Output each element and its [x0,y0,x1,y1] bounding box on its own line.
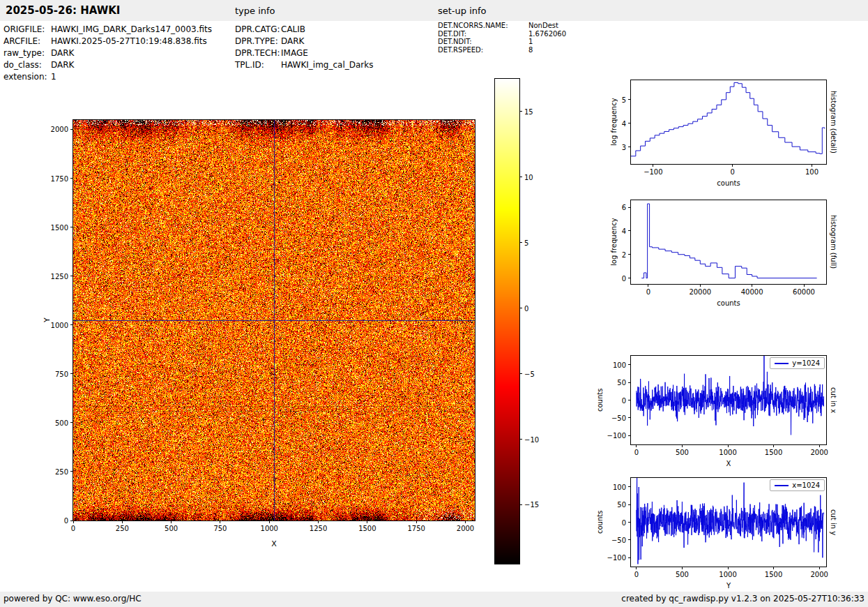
y-tick-label: 100 [613,361,626,368]
cut-in-y-plot: 0500100015002000−100−50050100Ycountscut … [630,477,827,567]
dark-frame-image-plot: 0250500750100012501500175020000250500750… [73,119,475,521]
x-tick-mark [804,284,805,287]
x-tick-label: 40000 [741,288,763,296]
histogram-full-canvas [631,200,826,284]
x-tick-label: 20000 [689,288,711,296]
metadata-value: NonDest [528,22,558,30]
colorbar-tick-label: 15 [524,107,533,115]
colorbar-tick-label: 0 [524,304,528,312]
cut-in-x-plot: 0500100015002000−100−50050100Xcountscut … [630,355,827,445]
x-tick-mark [732,164,733,167]
y-tick-label: −100 [607,432,626,440]
x-tick-mark [73,520,74,523]
dark-frame-image-canvas [73,120,475,520]
x-tick-label: 1000 [261,525,278,532]
metadata-label: DET.NDIT: [438,38,528,46]
metadata-label: ARCFILE: [3,36,51,47]
colorbar-tick-label: −10 [524,435,539,443]
header-bar: 2025-05-26: HAWKI type info set-up info [0,0,868,21]
metadata-row: ORIGFILE:HAWKI_IMG_DARK_Darks147_0003.fi… [3,24,212,36]
x-tick-mark [171,520,172,523]
histogram-full-plot: 02000040000600000246countslog frequencyh… [630,200,827,285]
y-tick-label: 100 [613,483,626,490]
x-tick-label: 500 [676,571,689,578]
x-tick-label: 0 [731,168,735,176]
metadata-row: DPR.TECH:IMAGE [235,47,374,59]
y-tick-mark [628,382,631,383]
metadata-value: 1.6762060 [528,30,566,38]
x-tick-label: 60000 [793,288,815,296]
colorbar-tick-mark [519,373,522,374]
y-tick-mark [628,417,631,418]
y-tick-label: 1500 [51,223,68,231]
y-tick-mark [628,400,631,400]
plot-side-label: histogram (full) [830,200,837,284]
y-tick-mark [70,227,73,227]
x-tick-mark [819,567,820,569]
x-tick-mark [819,444,820,447]
colorbar-tick-mark [519,439,522,440]
metadata-label: DET.RSPEED: [438,46,528,54]
x-tick-mark [220,520,220,523]
y-tick-label: 4 [622,227,626,234]
y-tick-label: −50 [611,536,626,544]
footer-created-by: created by qc_rawdisp.py v1.2.3 on 2025-… [621,594,865,604]
x-tick-label: 1250 [310,525,327,532]
file-info-list: ORIGFILE:HAWKI_IMG_DARK_Darks147_0003.fi… [3,24,212,83]
y-tick-label: −100 [607,554,626,562]
x-tick-mark [773,444,774,447]
y-axis-label: counts [596,356,604,444]
x-tick-mark [773,567,774,569]
y-tick-label: 750 [55,370,68,377]
y-tick-label: 6 [622,204,626,211]
y-tick-label: 250 [55,467,68,475]
x-tick-label: 750 [213,525,227,532]
metadata-label: raw_type: [3,47,51,59]
x-tick-label: 1000 [719,571,736,578]
x-tick-mark [269,520,270,523]
x-tick-label: 2000 [457,525,474,532]
metadata-value: 8 [528,46,533,54]
x-tick-label: 1500 [765,571,782,578]
metadata-label: ORIGFILE: [3,24,51,36]
metadata-value: HAWKI_img_cal_Darks [281,59,374,71]
y-tick-label: 0 [622,518,626,526]
metadata-value: DARK [51,47,74,59]
metadata-value: DARK [281,36,304,47]
metadata-value: 1 [528,38,533,46]
metadata-value: HAWKI_IMG_DARK_Darks147_0003.fits [51,24,212,36]
x-tick-mark [700,284,701,287]
x-tick-label: 0 [71,525,75,532]
footer-powered-by: powered by QC: www.eso.org/HC [3,594,142,604]
y-tick-mark [628,557,631,558]
cut-in-x-canvas [631,356,826,444]
x-tick-label: 1500 [765,449,782,456]
y-tick-mark [628,207,631,208]
x-tick-mark [728,444,729,447]
x-axis-label: counts [631,179,826,187]
x-tick-label: 1500 [358,525,376,532]
x-tick-label: 0 [634,571,639,578]
y-tick-label: 500 [55,419,68,426]
y-axis-label: log frequency [610,200,618,284]
x-tick-label: 100 [805,168,818,176]
y-tick-mark [70,373,73,374]
x-tick-mark [318,520,319,523]
metadata-label: DET.DIT: [438,30,528,38]
y-tick-mark [628,539,631,540]
metadata-row: DET.DIT:1.6762060 [438,30,566,38]
colorbar-tick-mark [519,308,522,308]
colorbar-tick-mark [519,242,522,243]
metadata-row: extension:1 [3,71,212,83]
metadata-row: TPL.ID:HAWKI_img_cal_Darks [235,59,374,71]
x-tick-label: −100 [644,168,662,176]
metadata-label: TPL.ID: [235,59,281,71]
metadata-row: DET.NDIT:1 [438,38,566,46]
metadata-label: DET.NCORRS.NAME: [438,22,528,30]
x-tick-mark [752,284,752,287]
y-tick-mark [628,435,631,436]
x-axis-label: X [73,539,475,548]
legend-line-sample [775,485,789,486]
y-tick-mark [628,147,631,147]
y-tick-mark [628,230,631,231]
